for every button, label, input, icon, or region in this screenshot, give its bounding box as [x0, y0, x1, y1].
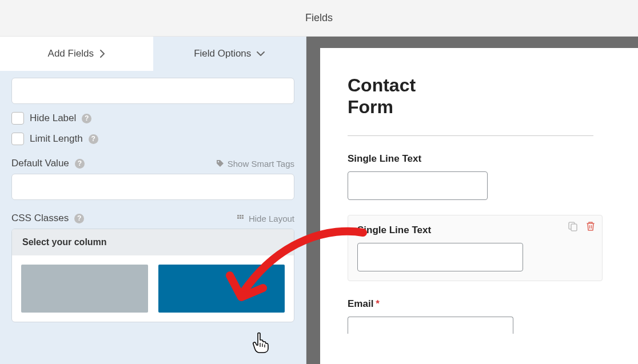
show-smart-tags-link[interactable]: Show Smart Tags [216, 159, 294, 169]
help-icon[interactable]: ? [82, 114, 91, 123]
field-3-input[interactable] [348, 317, 513, 334]
hide-label-checkbox[interactable] [11, 112, 24, 125]
tag-icon [216, 159, 224, 167]
chevron-right-icon [99, 50, 105, 58]
css-classes-label: CSS Classes [11, 213, 69, 224]
form-preview-frame: Contact Form Single Line Text Single Lin… [306, 37, 638, 364]
svg-rect-1 [237, 215, 239, 217]
svg-point-0 [218, 161, 219, 162]
form-field-1[interactable]: Single Line Text [348, 153, 611, 200]
title-divider [348, 135, 593, 136]
limit-length-text: Limit Length [30, 133, 83, 145]
help-icon[interactable]: ? [74, 214, 84, 223]
trash-icon[interactable] [586, 221, 595, 231]
form-field-3[interactable]: Email* [348, 298, 611, 334]
field-3-label: Email* [348, 298, 611, 310]
svg-rect-8 [571, 224, 577, 231]
left-sidebar: Add Fields Field Options Hide Label ? [0, 37, 306, 364]
svg-rect-6 [242, 217, 244, 219]
hide-layout-text: Hide Layout [249, 214, 294, 223]
tab-field-options-label: Field Options [194, 48, 251, 59]
help-icon[interactable]: ? [89, 134, 98, 144]
help-icon[interactable]: ? [75, 159, 85, 169]
field-2-input[interactable] [357, 243, 523, 271]
hide-layout-link[interactable]: Hide Layout [237, 214, 294, 223]
default-value-label: Default Value [11, 158, 69, 169]
svg-rect-5 [240, 217, 241, 219]
tab-add-fields-label: Add Fields [48, 48, 94, 59]
hide-label-text: Hide Label [30, 113, 76, 124]
column-selector-panel: Select your column [11, 229, 294, 322]
column-option-right[interactable] [158, 265, 285, 313]
default-value-input[interactable] [11, 174, 294, 200]
grid-icon [237, 215, 245, 222]
chevron-down-icon [257, 51, 265, 57]
tab-field-options[interactable]: Field Options [153, 37, 306, 71]
show-smart-tags-text: Show Smart Tags [228, 159, 294, 169]
header-title: Fields [305, 12, 333, 24]
field-1-label: Single Line Text [348, 153, 611, 165]
svg-rect-3 [242, 215, 244, 217]
field-1-input[interactable] [348, 171, 488, 200]
field-3-label-text: Email [348, 298, 373, 309]
form-preview[interactable]: Contact Form Single Line Text Single Lin… [320, 48, 638, 364]
form-title: Contact Form [348, 74, 462, 118]
column-option-left[interactable] [21, 265, 148, 313]
svg-rect-2 [240, 215, 241, 217]
duplicate-icon[interactable] [568, 221, 578, 231]
required-star: * [376, 298, 380, 309]
svg-rect-4 [237, 217, 239, 219]
column-selector-header: Select your column [12, 229, 294, 255]
label-input[interactable] [11, 78, 294, 104]
field-2-label: Single Line Text [357, 225, 593, 236]
top-header: Fields [0, 0, 638, 37]
tab-add-fields[interactable]: Add Fields [0, 37, 153, 71]
form-field-2-selected[interactable]: Single Line Text [348, 215, 603, 281]
limit-length-checkbox[interactable] [11, 133, 24, 145]
